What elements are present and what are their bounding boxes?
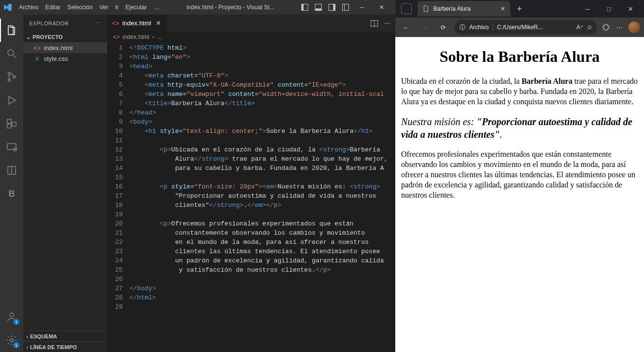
svg-point-10: [8, 73, 11, 75]
nav-back-icon[interactable]: ←: [399, 24, 413, 31]
menu-ir[interactable]: Ir: [111, 4, 122, 11]
svg-marker-13: [9, 96, 16, 104]
browser-tab[interactable]: Barbería Alura ✕: [418, 1, 510, 17]
separator: [493, 23, 493, 31]
chevron-right-icon: ›: [26, 333, 28, 339]
nav-refresh-icon[interactable]: ⟳: [436, 24, 450, 31]
activity-bar: B 1 1: [0, 15, 23, 352]
activity-book-icon[interactable]: [0, 159, 23, 182]
paragraph-3: Ofrecemos profesionales experimentados q…: [401, 149, 638, 200]
activity-gear-icon[interactable]: 1: [0, 329, 23, 352]
activity-bold-icon[interactable]: B: [0, 182, 23, 205]
explorer-title: EXPLORADOR: [29, 20, 69, 26]
page-icon: [423, 5, 429, 12]
window-close-icon[interactable]: ✕: [372, 4, 391, 11]
svg-point-22: [10, 339, 13, 342]
profile-avatar-icon[interactable]: [628, 21, 640, 33]
svg-rect-7: [343, 4, 345, 11]
layout-customize-icon[interactable]: [339, 4, 352, 11]
menu-ver[interactable]: Ver: [96, 4, 111, 11]
line-number-gutter: 1234567891011121314151617181920212223242…: [107, 42, 129, 352]
html-file-icon: <>: [33, 44, 41, 52]
tab-close-icon[interactable]: ✕: [500, 5, 505, 12]
paragraph-1: Ubicada en el corazón de la ciudad, la B…: [401, 76, 638, 107]
tab-close-icon[interactable]: ✕: [156, 19, 161, 27]
html-file-icon: <>: [113, 34, 120, 40]
svg-rect-5: [333, 4, 335, 11]
file-item-index-html[interactable]: <> index.html: [23, 42, 107, 53]
menu-editar[interactable]: Editar: [42, 4, 64, 11]
activity-scm-icon[interactable]: [0, 65, 23, 89]
svg-rect-16: [12, 122, 16, 126]
read-aloud-icon[interactable]: A⁺: [576, 24, 583, 31]
code-content[interactable]: <!DOCTYPE html><html lang="en"><head> <m…: [129, 42, 395, 352]
nav-forward-icon: →: [418, 24, 431, 31]
chevron-down-icon: ⌄: [26, 34, 31, 40]
editor-more-icon[interactable]: ⋯: [384, 19, 390, 27]
project-section-header[interactable]: ⌄ PROYECTO: [23, 32, 107, 42]
page-heading: Sobre la Barbería Alura: [401, 48, 638, 66]
split-editor-icon[interactable]: [370, 19, 378, 27]
svg-point-21: [10, 313, 14, 317]
svg-rect-15: [7, 124, 11, 128]
tab-actions-icon[interactable]: [401, 3, 412, 14]
menu-overflow[interactable]: …: [150, 4, 163, 11]
window-maximize-icon[interactable]: □: [598, 5, 620, 13]
vscode-titlebar: Archivo Editar Selección Ver Ir Ejecutar…: [0, 0, 395, 15]
svg-rect-6: [343, 4, 349, 11]
svg-point-8: [8, 50, 14, 56]
explorer-sidebar: EXPLORADOR ⋯ ⌄ PROYECTO <> index.html # …: [23, 15, 107, 352]
outline-section-header[interactable]: › ESQUEMA: [23, 331, 107, 341]
activity-account-icon[interactable]: 1: [0, 305, 23, 329]
browser-toolbar: ← → ⟳ ⓘ Archivo C:/Users/MikeR... A⁺ ✩ ⋯: [395, 18, 644, 37]
address-bar[interactable]: ⓘ Archivo C:/Users/MikeR... A⁺ ✩: [455, 20, 597, 35]
menu-ejecutar[interactable]: Ejecutar: [122, 4, 150, 11]
html-file-icon: <>: [112, 19, 119, 27]
activity-debug-icon[interactable]: [0, 89, 23, 112]
layout-panel-left-icon[interactable]: [298, 4, 312, 11]
window-minimize-icon[interactable]: ─: [577, 5, 598, 13]
activity-search-icon[interactable]: [0, 42, 23, 65]
vscode-window-title: index.html - Proyecto - Visual St...: [163, 4, 298, 11]
paragraph-mission: Nuestra misión es: "Proporcionar autoest…: [401, 115, 638, 141]
breadcrumb[interactable]: <> index.html › …: [107, 32, 395, 42]
editor-tab-index-html[interactable]: <> index.html ✕: [107, 15, 166, 32]
timeline-section-header[interactable]: › LÍNEA DE TIEMPO: [23, 341, 107, 352]
window-close-icon[interactable]: ✕: [620, 5, 641, 13]
chevron-right-icon: ›: [26, 344, 28, 350]
file-item-style-css[interactable]: # style.css: [23, 53, 107, 64]
account-badge: 1: [13, 319, 19, 325]
extensions-icon[interactable]: [602, 23, 610, 32]
layout-panel-bottom-icon[interactable]: [312, 4, 325, 11]
activity-explorer-icon[interactable]: [0, 19, 23, 42]
editor-group: <> index.html ✕ ⋯ <> index.html › … 1234…: [107, 15, 395, 352]
chevron-right-icon: ›: [152, 34, 154, 40]
browser-titlebar: Barbería Alura ✕ + ─ □ ✕: [395, 0, 644, 18]
menu-archivo[interactable]: Archivo: [16, 4, 42, 11]
info-icon[interactable]: ⓘ: [460, 23, 465, 32]
window-minimize-icon[interactable]: ─: [352, 4, 372, 11]
activity-extensions-icon[interactable]: [0, 112, 23, 135]
menu-seleccion[interactable]: Selección: [64, 4, 96, 11]
css-file-icon: #: [33, 55, 41, 62]
explorer-more-icon[interactable]: ⋯: [96, 20, 102, 26]
file-tree: <> index.html # style.css: [23, 42, 107, 331]
svg-rect-14: [7, 119, 11, 123]
rendered-page: Sobre la Barbería Alura Ubicada en el co…: [395, 37, 644, 352]
svg-rect-1: [302, 4, 304, 11]
svg-line-9: [13, 55, 16, 58]
svg-point-11: [8, 79, 11, 82]
activity-remote-icon[interactable]: [0, 135, 23, 159]
svg-point-12: [13, 76, 16, 78]
vscode-logo-icon: [4, 3, 12, 11]
edge-browser-window: Barbería Alura ✕ + ─ □ ✕ ← → ⟳ ⓘ Archivo…: [395, 0, 644, 352]
code-editor[interactable]: 1234567891011121314151617181920212223242…: [107, 42, 395, 352]
vscode-window: Archivo Editar Selección Ver Ir Ejecutar…: [0, 0, 395, 352]
favorite-icon[interactable]: ✩: [587, 24, 592, 31]
gear-badge: 1: [13, 342, 19, 348]
svg-rect-3: [315, 9, 322, 11]
new-tab-button[interactable]: +: [513, 4, 526, 14]
svg-rect-17: [7, 144, 16, 149]
layout-panel-right-icon[interactable]: [325, 4, 339, 11]
menu-icon[interactable]: ⋯: [616, 24, 623, 31]
